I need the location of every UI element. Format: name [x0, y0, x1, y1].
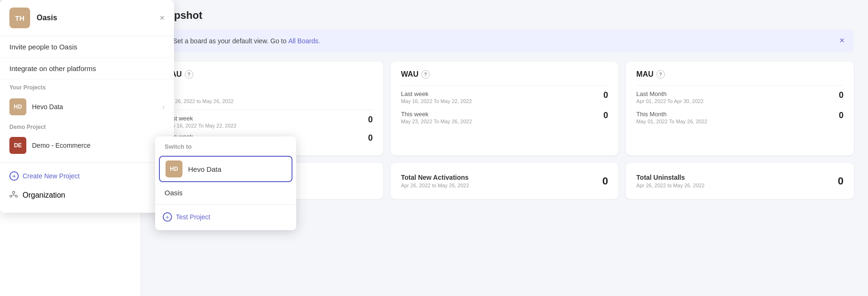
organization-item[interactable]: Organization — [0, 185, 174, 205]
wau-card: WAU ? Last week May 16, 2022 To May 22, … — [391, 62, 619, 155]
your-projects-label: Your Projects — [0, 80, 174, 94]
banner-static-text: Set a board as your default view. Go to — [173, 37, 288, 45]
dau-help-icon[interactable]: ? — [185, 70, 193, 79]
svg-point-1 — [10, 195, 12, 197]
dau-value: 0 Apr 26, 2022 to May 26, 2022 — [166, 85, 234, 104]
mau-last-month: Last Month Apr 01, 2022 To Apr 30, 2022 — [636, 90, 703, 104]
wau-last-week-date: May 16, 2022 To May 22, 2022 — [401, 98, 472, 104]
hevo-data-name: Hevo Data — [32, 103, 157, 111]
mau-last-month-label: Last Month — [636, 90, 703, 97]
wau-this-week-date: May 23, 2022 To May 26, 2022 — [401, 119, 472, 124]
switch-test-plus-icon: + — [163, 212, 172, 222]
mau-title-text: MAU — [636, 70, 653, 79]
dau-last-week-label: Last week — [166, 115, 237, 122]
demo-ecommerce-name: Demo - Ecommerce — [32, 142, 165, 149]
svg-point-0 — [13, 192, 15, 194]
mau-last-month-date: Apr 01, 2022 To Apr 30, 2022 — [636, 98, 703, 104]
dropdown-panel-header: TH Oasis × — [0, 0, 174, 36]
switch-test-project-item[interactable]: + Test Project — [155, 208, 296, 226]
wau-last-week: Last week May 16, 2022 To May 22, 2022 — [401, 90, 472, 104]
wau-title-text: WAU — [401, 70, 418, 79]
total-activations-card: Total New Activations Apr 26, 2022 to Ma… — [391, 163, 619, 199]
mau-this-month-date: May 01, 2022 To May 26, 2022 — [636, 119, 707, 124]
wau-last-week-row: Last week May 16, 2022 To May 22, 2022 0 — [401, 85, 608, 104]
switch-hevo-avatar: HD — [166, 160, 182, 177]
page-title: Snapshot — [155, 9, 854, 22]
mau-title: MAU ? — [636, 70, 844, 79]
wau-last-week-label: Last week — [401, 90, 472, 97]
total-uninstalls-card: Total Uninstalls Apr 26, 2022 to May 26,… — [626, 163, 854, 199]
switch-test-project-label: Test Project — [176, 213, 210, 221]
all-boards-link[interactable]: All Boards. — [288, 37, 320, 45]
demo-ecommerce-avatar: DE — [9, 137, 26, 154]
switch-divider — [155, 204, 296, 205]
mau-this-month-value: 0 — [839, 111, 844, 120]
dp-divider — [0, 162, 174, 163]
total-uninstalls-value: 0 — [838, 175, 844, 187]
mau-help-icon[interactable]: ? — [656, 70, 665, 79]
mau-this-month: This Month May 01, 2022 To May 26, 2022 — [636, 111, 707, 124]
info-banner: Set a board as your default view. Go to … — [155, 29, 854, 52]
total-activations-date: Apr 26, 2022 to May 26, 2022 — [401, 183, 469, 188]
wau-this-week: This week May 23, 2022 To May 26, 2022 — [401, 111, 472, 124]
dp-workspace-name: Oasis — [37, 14, 153, 22]
dp-close-button[interactable]: × — [159, 14, 165, 22]
dau-bottom: Last week May 16, 2022 To May 22, 2022 0 — [166, 110, 373, 128]
hevo-data-chevron-icon: › — [162, 103, 165, 111]
switch-oasis-item[interactable]: Oasis — [155, 184, 296, 201]
demo-ecommerce-item[interactable]: DE Demo - Ecommerce — [0, 132, 174, 159]
switch-popup-header: Switch to — [155, 136, 296, 154]
wau-this-week-label: This week — [401, 111, 472, 118]
dau-this-week-value: 0 — [368, 133, 373, 143]
switch-popup: Switch to HD Hevo Data Oasis + Test Proj… — [155, 136, 296, 230]
total-uninstalls-date: Apr 26, 2022 to May 26, 2022 — [636, 183, 704, 188]
svg-point-2 — [16, 195, 17, 197]
banner-text: Set a board as your default view. Go to … — [173, 37, 835, 45]
banner-close-button[interactable]: × — [839, 36, 844, 46]
dau-value-row: 0 Apr 26, 2022 to May 26, 2022 — [166, 85, 373, 104]
dau-main-value: 0 — [166, 85, 234, 97]
dau-title: DAU ? — [166, 70, 373, 79]
create-new-project-button[interactable]: + Create New Project — [0, 167, 174, 185]
org-icon — [9, 190, 18, 200]
switch-hevo-data-item[interactable]: HD Hevo Data — [159, 156, 292, 182]
mau-this-month-label: This Month — [636, 111, 707, 118]
total-activations-value: 0 — [602, 175, 608, 187]
total-uninstalls-info: Total Uninstalls Apr 26, 2022 to May 26,… — [636, 174, 704, 188]
wau-this-week-value: 0 — [603, 111, 608, 120]
mau-this-month-row: This Month May 01, 2022 To May 26, 2022 … — [636, 111, 844, 124]
invite-people-item[interactable]: Invite people to Oasis — [0, 36, 174, 58]
dropdown-panel: TH Oasis × Invite people to Oasis Integr… — [0, 0, 174, 213]
demo-project-label: Demo Project — [0, 120, 174, 132]
wau-last-week-value: 0 — [603, 90, 608, 100]
dau-last-week-date: May 16, 2022 To May 22, 2022 — [166, 123, 237, 128]
wau-this-week-inner: This week May 23, 2022 To May 26, 2022 0 — [401, 111, 608, 124]
dau-last-week-value: 0 — [368, 115, 373, 125]
create-new-project-label: Create New Project — [23, 172, 79, 180]
hevo-data-avatar: HD — [9, 98, 26, 115]
mau-last-month-value: 0 — [839, 90, 844, 100]
total-activations-title: Total New Activations — [401, 174, 469, 181]
mau-this-month-inner: This Month May 01, 2022 To May 26, 2022 … — [636, 111, 844, 124]
wau-title: WAU ? — [401, 70, 608, 79]
wau-this-week-row: This week May 23, 2022 To May 26, 2022 0 — [401, 111, 608, 124]
mau-last-month-row: Last Month Apr 01, 2022 To Apr 30, 2022 … — [636, 85, 844, 104]
org-label: Organization — [23, 191, 65, 200]
hevo-data-project-item[interactable]: HD Hevo Data › — [0, 94, 174, 120]
dau-date-range: Apr 26, 2022 to May 26, 2022 — [166, 98, 234, 104]
switch-hevo-name: Hevo Data — [188, 165, 221, 173]
create-plus-icon: + — [9, 171, 19, 181]
dau-last-week: Last week May 16, 2022 To May 22, 2022 — [166, 115, 237, 128]
dp-avatar: TH — [9, 8, 30, 28]
wau-help-icon[interactable]: ? — [421, 70, 430, 79]
mau-card: MAU ? Last Month Apr 01, 2022 To Apr 30,… — [626, 62, 854, 155]
total-uninstalls-title: Total Uninstalls — [636, 174, 704, 181]
integrate-platforms-item[interactable]: Integrate on other platforms — [0, 58, 174, 80]
total-activations-info: Total New Activations Apr 26, 2022 to Ma… — [401, 174, 469, 188]
